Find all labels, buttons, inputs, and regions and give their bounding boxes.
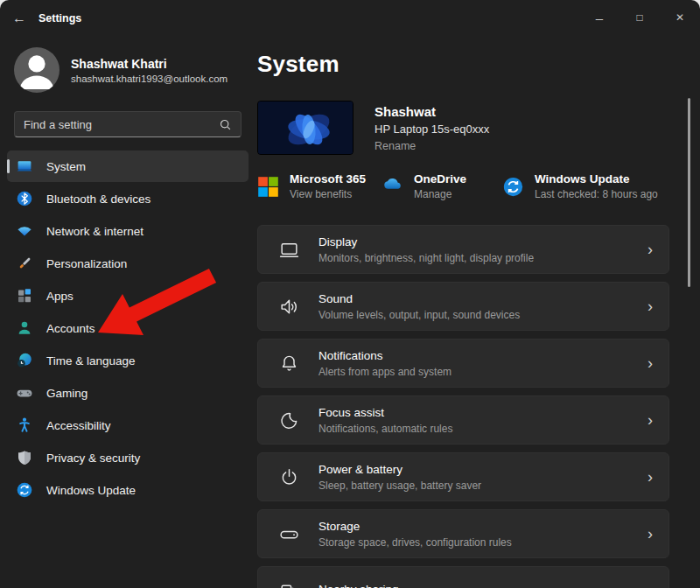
sidebar-item-windows-update[interactable]: Windows Update [7,474,248,506]
windows-update-icon [16,481,33,499]
settings-row-storage[interactable]: Storage Storage space, drives, configura… [257,509,669,558]
window-controls: – □ ✕ [579,2,700,32]
row-title: Power & battery [318,463,481,476]
sidebar-item-privacy-security[interactable]: Privacy & security [7,442,248,473]
sidebar-item-accessibility[interactable]: Accessibility [7,410,248,441]
settings-rows: Display Monitors, brightness, night ligh… [257,225,669,588]
settings-row-notifications[interactable]: Notifications Alerts from apps and syste… [257,339,669,388]
search-placeholder: Find a setting [24,118,92,131]
sidebar-item-network-internet[interactable]: Network & internet [7,215,248,247]
quick-link-subtitle: Last checked: 8 hours ago [535,188,658,200]
sidebar-nav: System Bluetooth & devices [0,150,256,506]
settings-window: ← Settings – □ ✕ Shashwat Khatri shashwa… [0,0,700,588]
person-silhouette-icon [14,47,60,93]
quick-link-title: Microsoft 365 [290,172,366,186]
profile-card[interactable]: Shashwat Khatri shashwat.khatri1993@outl… [14,47,242,93]
settings-row-focus-assist[interactable]: Focus assist Notifications, automatic ru… [257,396,669,444]
quick-link-subtitle: View benefits [290,188,366,200]
quick-link-microsoft-365[interactable]: Microsoft 365 View benefits [257,172,382,200]
sidebar-item-label: Network & internet [46,225,144,238]
device-name: Shashwat [374,104,489,119]
power-icon [278,466,300,488]
shield-icon [16,449,33,466]
gamepad-icon [16,384,33,402]
sidebar-item-label: Apps [46,290,74,303]
row-title: Focus assist [318,406,452,419]
bluetooth-icon [16,190,33,207]
row-subtitle: Storage space, drives, configuration rul… [318,536,512,549]
sidebar-item-label: Bluetooth & devices [46,192,150,206]
page-title: System [257,51,669,78]
row-subtitle: Sleep, battery usage, battery saver [318,480,481,492]
close-button[interactable]: ✕ [660,2,700,33]
wifi-icon [16,222,33,240]
back-button[interactable]: ← [0,4,38,33]
app-title: Settings [38,12,81,24]
windows-update-icon [502,176,524,198]
quick-link-subtitle: Manage [414,188,466,200]
device-header: Shashwat HP Laptop 15s-eq0xxx Rename [257,101,669,155]
sidebar-item-apps[interactable]: Apps [7,280,248,312]
sidebar-item-time-language[interactable]: Time & language [7,345,248,376]
storage-drive-icon [278,523,300,545]
chevron-right-icon: › [648,242,653,257]
search-icon [219,118,232,131]
sidebar-item-label: Time & language [46,354,136,368]
maximize-icon: □ [636,11,642,24]
chevron-right-icon: › [648,469,653,485]
sidebar-item-accounts[interactable]: Accounts [7,312,248,344]
sidebar-item-label: Gaming [46,387,88,400]
row-subtitle: Monitors, brightness, night light, displ… [318,252,534,264]
settings-row-display[interactable]: Display Monitors, brightness, night ligh… [257,225,669,274]
quick-link-title: Windows Update [535,172,658,186]
row-title: Nearby sharing [318,583,399,588]
minimize-button[interactable]: – [579,2,620,33]
rename-link[interactable]: Rename [374,140,489,152]
quick-link-title: OneDrive [414,172,466,186]
settings-row-nearby-sharing[interactable]: Nearby sharing › [257,566,669,588]
row-title: Storage [318,520,512,533]
device-wallpaper-thumbnail [257,101,354,155]
profile-email: shashwat.khatri1993@outlook.com [71,74,228,84]
sidebar-item-label: Windows Update [46,484,136,497]
quick-link-onedrive[interactable]: OneDrive Manage [382,172,502,200]
apps-grid-icon [16,287,33,304]
maximize-button[interactable]: □ [620,2,660,33]
row-subtitle: Notifications, automatic rules [318,423,452,435]
chevron-right-icon: › [648,412,653,428]
system-icon [16,158,33,175]
sidebar-item-personalization[interactable]: Personalization [7,248,248,279]
sidebar-item-label: Accessibility [46,419,111,432]
search-input[interactable]: Find a setting [14,111,242,137]
scrollbar-thumb[interactable] [688,98,690,287]
quick-links: Microsoft 365 View benefits OneDrive [257,172,669,201]
settings-row-power-battery[interactable]: Power & battery Sleep, battery usage, ba… [257,452,669,501]
display-icon [278,239,300,261]
row-title: Notifications [318,349,452,362]
crescent-moon-icon [278,410,300,431]
sound-icon [278,296,300,318]
chevron-right-icon: › [648,583,653,588]
sidebar-item-label: System [46,160,86,173]
row-subtitle: Volume levels, output, input, sound devi… [318,309,520,321]
sidebar: Shashwat Khatri shashwat.khatri1993@outl… [0,33,256,588]
onedrive-cloud-icon [382,176,403,198]
accessibility-person-icon [16,416,33,434]
time-language-icon [16,352,33,369]
sidebar-item-gaming[interactable]: Gaming [7,377,248,409]
sidebar-item-label: Accounts [46,322,95,335]
chevron-right-icon: › [648,298,653,314]
quick-link-windows-update[interactable]: Windows Update Last checked: 8 hours ago [502,172,658,200]
paintbrush-icon [16,255,33,272]
nearby-sharing-icon [278,580,300,588]
sidebar-item-bluetooth-devices[interactable]: Bluetooth & devices [7,183,248,214]
avatar [14,47,60,93]
sidebar-item-system[interactable]: System [7,150,248,182]
profile-name: Shashwat Khatri [71,57,228,71]
device-model: HP Laptop 15s-eq0xxx [374,122,489,136]
sidebar-item-label: Privacy & security [46,452,140,465]
back-arrow-icon: ← [12,10,26,26]
main-content: System Shashwat [256,33,700,588]
microsoft-logo-icon [257,176,279,198]
settings-row-sound[interactable]: Sound Volume levels, output, input, soun… [257,282,669,331]
